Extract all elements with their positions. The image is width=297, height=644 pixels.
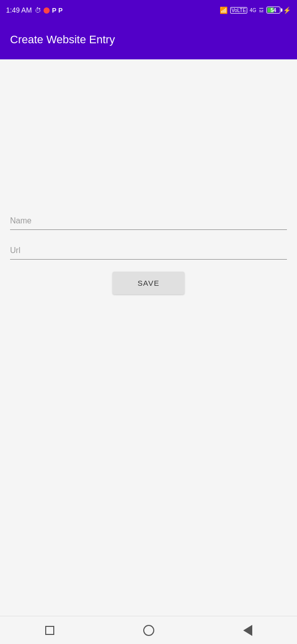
back-icon xyxy=(243,625,252,636)
nav-bar xyxy=(0,616,297,644)
circle-icon xyxy=(143,625,154,636)
battery-icon: 54 xyxy=(266,7,280,14)
app-icon-p1: P xyxy=(52,7,56,14)
main-content: SAVE xyxy=(0,59,297,616)
app-icon-p2: P xyxy=(58,7,63,14)
name-input[interactable] xyxy=(10,212,287,230)
volte-icon: VoLTE xyxy=(230,7,247,14)
battery-level: 54 xyxy=(270,8,276,13)
spacer-top xyxy=(10,59,287,212)
save-button-container: SAVE xyxy=(10,272,287,294)
alarm-icon: ⏱ xyxy=(35,7,41,14)
spacer-bottom xyxy=(10,309,287,616)
url-input[interactable] xyxy=(10,242,287,260)
recent-apps-button[interactable] xyxy=(37,620,62,640)
home-button[interactable] xyxy=(136,620,161,640)
status-bar-right: 📶 VoLTE 4G ☲ 54 ⚡ xyxy=(220,7,291,14)
status-icons: ⏱ ⬤ P P xyxy=(35,7,62,14)
save-button[interactable]: SAVE xyxy=(113,272,185,294)
status-bar-left: 1:49 AM ⏱ ⬤ P P xyxy=(6,6,63,14)
page-title: Create Website Entry xyxy=(10,33,115,46)
signal-bars-icon: ☲ xyxy=(259,7,264,14)
status-time: 1:49 AM xyxy=(6,6,32,14)
4g-icon: 4G xyxy=(250,8,256,13)
url-input-group xyxy=(10,242,287,260)
name-input-group xyxy=(10,212,287,230)
charging-icon: ⚡ xyxy=(283,7,291,14)
notification-icon: ⬤ xyxy=(43,7,50,14)
form-section: SAVE xyxy=(10,212,287,309)
back-button[interactable] xyxy=(235,620,260,640)
status-bar: 1:49 AM ⏱ ⬤ P P 📶 VoLTE 4G ☲ 54 ⚡ xyxy=(0,0,297,20)
square-icon xyxy=(45,626,54,635)
wifi-icon: 📶 xyxy=(220,7,228,14)
app-bar: Create Website Entry xyxy=(0,20,297,59)
